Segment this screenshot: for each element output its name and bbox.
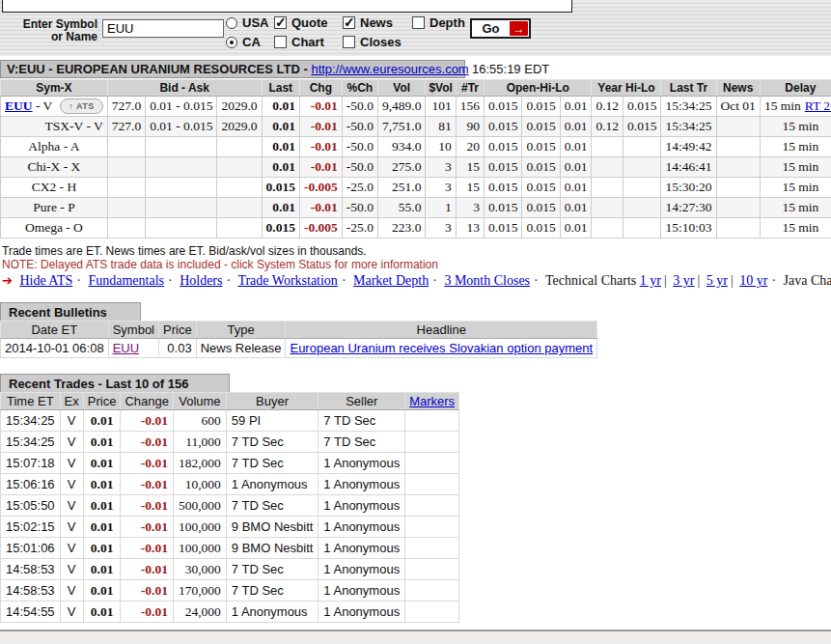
- col-symbol: Symbol: [108, 322, 158, 339]
- checkbox-closes[interactable]: Closes: [343, 35, 402, 49]
- radio-ca[interactable]: CA: [226, 35, 261, 49]
- checkbox-news[interactable]: News: [343, 15, 393, 30]
- news-date: Oct 01: [716, 97, 760, 117]
- trade-markers: [405, 559, 459, 580]
- trade-volume: 100,000: [173, 538, 226, 559]
- col-headline: Headline: [286, 322, 597, 339]
- year-low: 0.015: [623, 97, 661, 117]
- col-price: Price: [83, 393, 121, 410]
- last-trade-time: 15:30:20: [661, 178, 716, 198]
- symbol-euu-link[interactable]: EUU: [5, 98, 33, 113]
- bid-ask: 0.01 - 0.015: [146, 117, 217, 137]
- java-charts-label: Java Charts: [784, 273, 831, 288]
- checkbox-closes-box-icon[interactable]: [343, 36, 355, 48]
- trade-seller: 1 Anonymous: [319, 580, 405, 602]
- hide-ats-link[interactable]: Hide ATS: [19, 273, 72, 288]
- go-button[interactable]: Go →: [470, 18, 531, 39]
- three-month-closes-link[interactable]: 3 Month Closes: [444, 273, 530, 288]
- col-buyer: Buyer: [226, 393, 319, 410]
- num-trades: 3: [456, 198, 484, 218]
- quote-table: Sym-X Bid - Ask Last Chg %Ch Vol $Vol #T…: [0, 79, 831, 238]
- markers-link[interactable]: Markers: [409, 394, 455, 408]
- checkbox-quote-box-icon[interactable]: [274, 16, 287, 29]
- symbol-entry-label-line2: or Name: [5, 31, 97, 43]
- high: 0.015: [522, 97, 560, 117]
- holders-link[interactable]: Holders: [180, 273, 222, 288]
- col-date-et: Date ET: [1, 322, 109, 339]
- tech-chart-5yr-link[interactable]: 5 yr: [706, 273, 728, 288]
- recent-bulletins-title: Recent Bulletins: [0, 302, 141, 322]
- tech-chart-3yr-link[interactable]: 3 yr: [673, 273, 694, 288]
- trade-change: -0.01: [121, 410, 174, 432]
- trade-time: 14:58:53: [1, 580, 61, 602]
- last-trade-time: 14:46:41: [661, 157, 716, 178]
- checkbox-depth[interactable]: Depth: [412, 15, 465, 30]
- trade-price: 0.01: [83, 559, 121, 580]
- bid-ask: [146, 178, 217, 198]
- company-website-link[interactable]: http://www.euresources.com: [311, 62, 468, 76]
- year-high: 0.12: [592, 117, 623, 137]
- separator: |: [697, 273, 700, 288]
- trade-workstation-link[interactable]: Trade Workstation: [237, 273, 337, 288]
- col-dollar-vol: $Vol: [426, 80, 456, 97]
- trade-change: -0.01: [121, 517, 174, 538]
- checkbox-depth-box-icon[interactable]: [412, 16, 425, 29]
- high: 0.015: [522, 117, 560, 137]
- truncated-top-box: [2, 0, 572, 13]
- checkbox-chart[interactable]: Chart: [274, 35, 324, 49]
- trade-price: 0.01: [83, 453, 121, 474]
- radio-usa[interactable]: USA: [226, 15, 268, 30]
- trade-exchange: V: [60, 495, 83, 517]
- trade-exchange: V: [60, 580, 83, 602]
- bid-size: [107, 157, 145, 178]
- bottom-divider-band: [0, 630, 831, 644]
- trade-times-note: Trade times are ET. News times are ET. B…: [2, 244, 367, 258]
- col-vol: Vol: [377, 80, 426, 97]
- last-trade-time: 14:49:42: [661, 137, 716, 157]
- volume: 9,489.0: [377, 97, 426, 117]
- ats-toggle-button[interactable]: ↑ ATS: [60, 98, 103, 114]
- volume: 223.0: [377, 218, 426, 238]
- ask-size: [217, 198, 262, 218]
- market-depth-link[interactable]: Market Depth: [353, 273, 429, 288]
- dollar-volume: 101: [426, 97, 456, 117]
- bid-size: [107, 198, 145, 218]
- trade-exchange: V: [60, 517, 83, 538]
- separator: ·: [342, 273, 346, 288]
- radio-usa-circle-icon[interactable]: [226, 17, 237, 29]
- trade-price: 0.01: [83, 538, 121, 559]
- separator: ·: [432, 273, 437, 288]
- bid-ask: [146, 198, 217, 218]
- dollar-volume: 1: [426, 198, 456, 218]
- low: 0.01: [560, 117, 592, 137]
- dollar-volume: 10: [426, 137, 456, 157]
- tech-chart-10yr-link[interactable]: 10 yr: [739, 273, 767, 288]
- bid-ask: [146, 218, 217, 238]
- checkbox-quote[interactable]: Quote: [274, 15, 328, 30]
- col-bid-ask: Bid - Ask: [107, 80, 262, 97]
- trade-volume: 10,000: [173, 474, 226, 495]
- fundamentals-link[interactable]: Fundamentals: [88, 273, 164, 288]
- checkbox-chart-box-icon[interactable]: [274, 36, 287, 48]
- high: 0.015: [522, 178, 560, 198]
- trade-seller: 1 Anonymous: [319, 559, 405, 580]
- tech-chart-1yr-link[interactable]: 1 yr: [640, 273, 661, 288]
- trade-change: -0.01: [121, 453, 174, 474]
- bulletin-symbol-link[interactable]: EUU: [113, 341, 139, 355]
- checkbox-news-box-icon[interactable]: [343, 16, 355, 29]
- bulletin-date: 2014-10-01 06:08: [1, 339, 109, 358]
- radio-ca-circle-icon[interactable]: [226, 37, 237, 48]
- year-high: [592, 178, 623, 198]
- separator: ·: [76, 273, 81, 288]
- last-trade-time: 15:34:25: [661, 117, 716, 137]
- pct-change: -50.0: [342, 117, 377, 137]
- trade-change: -0.01: [121, 580, 174, 602]
- realtime-upgrade-link[interactable]: RT 2¢: [805, 98, 831, 113]
- trade-price: 0.01: [83, 474, 121, 495]
- change: -0.01: [299, 157, 342, 178]
- trade-row: 15:34:25 V 0.01 -0.01 11,000 7 TD Sec 7 …: [1, 432, 459, 453]
- symbol-input[interactable]: [102, 19, 224, 38]
- separator: ·: [534, 273, 539, 288]
- col-last: Last: [262, 80, 299, 97]
- bulletin-headline-link[interactable]: European Uranium receives Slovakian opti…: [290, 341, 593, 355]
